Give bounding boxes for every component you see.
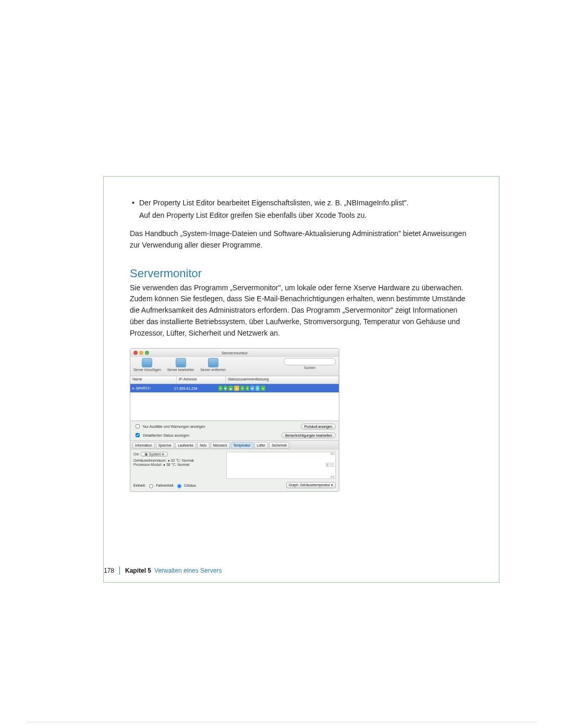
row-name: ▸ Jpbs011r <box>130 386 174 390</box>
toolbar-label: Server bearbeiten <box>167 368 194 372</box>
window-title: Servermonitor <box>130 351 339 355</box>
tab-information[interactable]: Information <box>132 442 155 449</box>
row-status: ● ■ ◆ ▲ ● ● ■ ● ✕ <box>218 386 339 391</box>
chapter-title: Verwalten eines Servers <box>154 567 222 574</box>
toolbar-label: Suchen <box>304 366 315 369</box>
options-row: Nur Ausfälle und Warnungen anzeigen Prot… <box>130 421 339 431</box>
tab-net[interactable]: Netz <box>197 442 209 449</box>
location-row: Ort: 🖥 System ▾ <box>133 452 222 456</box>
options-row: Detaillierten Status anzeigen Benachrich… <box>130 431 339 440</box>
radio-celsius[interactable]: Celsius <box>175 483 196 488</box>
page-frame: Der Property List Editor bearbeitet Eige… <box>103 176 499 583</box>
servermonitor-window: Servermonitor Server hinzufügen Server b… <box>130 348 339 492</box>
detail-panel: Ort: 🖥 System ▾ Gehäuseinnenraum: ● 32 °… <box>130 450 339 481</box>
search-field[interactable]: Suchen <box>284 358 336 369</box>
status-pill-icon: ● <box>246 386 250 391</box>
temp-reading: Prozessor-Modul: ● 38 °C: Normal <box>133 463 222 466</box>
tab-temperature[interactable]: Temperatur <box>231 442 253 449</box>
add-server-button[interactable]: Server hinzufügen <box>133 358 161 372</box>
chart-ylabel: 80 <box>331 452 334 455</box>
unit-row: Einheit: Fahrenheit Celsius Graph: Gehäu… <box>130 481 339 491</box>
server-edit-icon <box>176 358 186 367</box>
status-pill-icon: ■ <box>250 386 254 391</box>
edit-server-button[interactable]: Server bearbeiten <box>167 358 194 372</box>
status-pill-icon: ◆ <box>228 386 233 391</box>
bullet-item-cont: Auf den Property List Editor greifen Sie… <box>130 210 473 221</box>
footer-divider <box>119 566 120 575</box>
body-paragraph: Sie verwenden das Programm „Servermonito… <box>130 282 473 339</box>
status-pill-icon: ● <box>240 386 244 391</box>
chart-ylabel: B °C <box>326 463 334 467</box>
tab-security[interactable]: Sicherheit <box>269 442 289 449</box>
graph-select[interactable]: Graph: Gehäusetemperatur ▾ <box>286 482 336 488</box>
status-pill-icon: ✕ <box>261 386 265 391</box>
page-number: 178 <box>104 567 119 574</box>
window-titlebar: Servermonitor <box>130 349 339 357</box>
search-input[interactable] <box>284 358 336 365</box>
server-list[interactable]: ▸ Jpbs011r 17.209.41.234 ● ■ ◆ ▲ ● ● ■ ●… <box>130 384 339 421</box>
remove-server-button[interactable]: Server entfernen <box>200 358 225 372</box>
temperature-chart: 80 B °C 20 <box>226 452 336 479</box>
server-list-header: Name IP-Adresse Statuszusammenfassung <box>130 376 339 384</box>
tab-memory[interactable]: Speicher <box>156 442 175 449</box>
page-footer: 178 Kapitel 5 Verwalten eines Servers <box>104 566 222 575</box>
tab-fan[interactable]: Lüfter <box>254 442 268 449</box>
table-row[interactable]: ▸ Jpbs011r 17.209.41.234 ● ■ ◆ ▲ ● ● ■ ●… <box>130 384 339 392</box>
toolbar: Server hinzufügen Server bearbeiten Serv… <box>130 357 339 376</box>
col-status[interactable]: Statuszusammenfassung <box>226 376 339 384</box>
col-name[interactable]: Name <box>130 376 177 384</box>
checkbox-only-failures[interactable]: Nur Ausfälle und Warnungen anzeigen <box>133 423 205 430</box>
page-shadow <box>26 722 537 723</box>
status-pill-icon: ▲ <box>234 386 239 391</box>
server-remove-icon <box>208 358 218 367</box>
detail-readings: Ort: 🖥 System ▾ Gehäuseinnenraum: ● 32 °… <box>133 452 222 467</box>
col-ip[interactable]: IP-Adresse <box>177 376 226 384</box>
row-ip: 17.209.41.234 <box>174 387 218 390</box>
edit-notifications-button[interactable]: Benachrichtigungen bearbeiten <box>282 433 336 438</box>
bullet-item: Der Property List Editor bearbeitet Eige… <box>130 198 473 209</box>
detail-tabs: Information Speicher Laufwerke Netz Netz… <box>130 440 339 450</box>
temp-reading: Gehäuseinnenraum: ● 32 °C: Normal <box>133 459 222 462</box>
chapter-label: Kapitel 5 <box>125 567 151 574</box>
section-heading: Servermonitor <box>130 267 473 280</box>
toolbar-label: Server hinzufügen <box>133 368 161 372</box>
radio-fahrenheit[interactable]: Fahrenheit <box>146 483 173 488</box>
body-paragraph: Das Handbuch „System-Image-Dateien und S… <box>130 228 473 251</box>
tab-drives[interactable]: Laufwerke <box>175 442 196 449</box>
show-log-button[interactable]: Protokoll anzeigen <box>301 424 336 429</box>
checkbox-detailed-status[interactable]: Detaillierten Status anzeigen <box>133 431 189 439</box>
unit-label: Einheit: <box>133 484 145 487</box>
tab-network[interactable]: Netzwerk <box>211 442 230 449</box>
server-add-icon <box>142 358 152 367</box>
status-pill-icon: ● <box>218 386 223 391</box>
chart-ylabel: 20 <box>331 475 334 478</box>
toolbar-label: Server entfernen <box>200 368 225 372</box>
status-pill-icon: ● <box>255 386 260 391</box>
location-select[interactable]: 🖥 System ▾ <box>141 452 168 456</box>
status-pill-icon: ■ <box>224 386 228 391</box>
